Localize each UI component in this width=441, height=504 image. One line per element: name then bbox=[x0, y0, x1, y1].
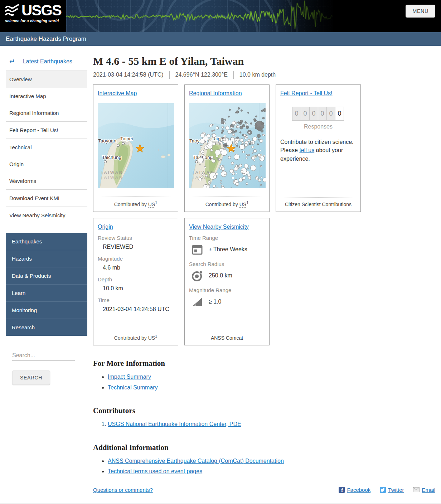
nav-item-earthquakes[interactable]: Earthquakes bbox=[6, 233, 87, 250]
origin-card: Origin Review StatusREVIEWED Magnitude4.… bbox=[93, 218, 178, 345]
counter-digit: 0 bbox=[326, 107, 335, 121]
attribution-footnote: 1 bbox=[155, 200, 157, 205]
attribution-footnote: 1 bbox=[155, 334, 157, 338]
radius-icon bbox=[191, 270, 203, 282]
map-attribution: Contributed by US1 bbox=[189, 196, 265, 207]
view-nearby-seismicity-link[interactable]: View Nearby Seismicity bbox=[189, 224, 249, 230]
program-bar[interactable]: Earthquake Hazards Program bbox=[0, 32, 441, 46]
facebook-label: Facebook bbox=[347, 487, 370, 493]
twitter-link[interactable]: Twitter bbox=[380, 487, 404, 493]
counter-digit: 0 bbox=[309, 107, 318, 121]
interactive-map-card: Interactive Map Contributed by US1 bbox=[93, 84, 178, 212]
felt-report-link[interactable]: Felt Report - Tell Us! bbox=[280, 90, 333, 96]
interactive-map-thumbnail[interactable] bbox=[98, 103, 174, 188]
origin-link[interactable]: Origin bbox=[98, 224, 113, 230]
list-item: Technical terms used on event pages bbox=[108, 466, 435, 477]
attribution-source-link[interactable]: US bbox=[239, 202, 246, 208]
nav-item-learn[interactable]: Learn bbox=[6, 284, 87, 301]
magnitude-range-value: ≥ 1.0 bbox=[209, 299, 221, 305]
review-status-value: REVIEWED bbox=[103, 244, 174, 250]
magnitude-range-label: Magnitude Range bbox=[189, 287, 265, 293]
sidebar-item-technical[interactable]: Technical bbox=[6, 139, 87, 156]
nearby-seismicity-card: View Nearby Seismicity Time Range ± Thre… bbox=[184, 218, 270, 345]
nav-item-research[interactable]: Research bbox=[6, 319, 87, 336]
page-title: M 4.6 - 55 km E of Yilan, Taiwan bbox=[93, 55, 435, 67]
sidebar-item-interactive-map[interactable]: Interactive Map bbox=[6, 88, 87, 105]
sidebar-item-regional-information[interactable]: Regional Information bbox=[6, 105, 87, 121]
regional-map-thumbnail[interactable] bbox=[189, 103, 265, 188]
magnitude-label: Magnitude bbox=[98, 256, 174, 262]
list-item: Technical Summary bbox=[108, 382, 435, 393]
sidebar-item-waveforms[interactable]: Waveforms bbox=[6, 173, 87, 189]
counter-digit: 0 bbox=[292, 107, 301, 121]
site-nav: Earthquakes Hazards Data & Products Lear… bbox=[6, 233, 87, 336]
list-item: USGS National Earthquake Information Cen… bbox=[108, 419, 435, 430]
back-to-latest-earthquakes-link[interactable]: ↵ Latest Earthquakes bbox=[6, 55, 87, 71]
map-attribution: Contributed by US1 bbox=[98, 196, 174, 207]
email-label: Email bbox=[422, 487, 435, 493]
attribution-prefix: Contributed by bbox=[114, 335, 147, 341]
counter-digit: 0 bbox=[301, 107, 310, 121]
impact-summary-link[interactable]: Impact Summary bbox=[108, 374, 151, 380]
counter-digit: 0 bbox=[318, 107, 327, 121]
interactive-map-link[interactable]: Interactive Map bbox=[98, 90, 137, 96]
more-info-heading: For More Information bbox=[93, 359, 435, 368]
usgs-waves-icon bbox=[5, 4, 19, 17]
nav-item-data-products[interactable]: Data & Products bbox=[6, 267, 87, 284]
list-item: ANSS Comprehensive Earthquake Catalog (C… bbox=[108, 456, 435, 466]
calendar-icon bbox=[191, 243, 203, 256]
bottom-row: Questions or comments? f Facebook Twitte… bbox=[93, 487, 435, 493]
event-coordinates: 24.696°N 122.300°E bbox=[169, 71, 233, 79]
back-arrow-icon: ↵ bbox=[9, 58, 15, 65]
search-input[interactable] bbox=[12, 351, 75, 360]
twitter-label: Twitter bbox=[388, 487, 404, 493]
sidebar-item-view-nearby-seismicity[interactable]: View Nearby Seismicity bbox=[6, 207, 87, 224]
depth-value: 10.0 km bbox=[103, 285, 174, 292]
technical-terms-link[interactable]: Technical terms used on event pages bbox=[108, 468, 202, 474]
list-item: Impact Summary bbox=[108, 372, 435, 382]
search-button[interactable]: SEARCH bbox=[12, 370, 50, 385]
nav-item-hazards[interactable]: Hazards bbox=[6, 250, 87, 267]
attribution-source-link[interactable]: US bbox=[148, 335, 155, 341]
counter-digit-active: 0 bbox=[335, 107, 344, 121]
twitter-icon bbox=[380, 487, 386, 493]
attribution-source-link[interactable]: US bbox=[148, 202, 155, 208]
svg-text:f: f bbox=[341, 488, 343, 493]
menu-button[interactable]: MENU bbox=[406, 5, 435, 18]
social-links: f Facebook Twitter Email bbox=[339, 487, 435, 493]
tell-us-link[interactable]: tell us bbox=[299, 147, 314, 153]
review-status-label: Review Status bbox=[98, 235, 174, 241]
attribution-prefix: Contributed by bbox=[114, 202, 147, 207]
sidebar-item-felt-report[interactable]: Felt Report - Tell Us! bbox=[6, 122, 87, 139]
event-meta: 2021-03-04 14:24:58 (UTC) 24.696°N 122.3… bbox=[93, 71, 435, 79]
back-link-label: Latest Earthquakes bbox=[23, 58, 72, 65]
facebook-icon: f bbox=[339, 487, 345, 493]
felt-report-text: Contribute to citizen science. Please te… bbox=[280, 138, 356, 163]
comcat-documentation-link[interactable]: ANSS Comprehensive Earthquake Catalog (C… bbox=[108, 458, 284, 464]
magnitude-value: 4.6 mb bbox=[103, 265, 174, 271]
technical-summary-link[interactable]: Technical Summary bbox=[108, 384, 158, 391]
facebook-link[interactable]: f Facebook bbox=[339, 487, 370, 493]
regional-information-link[interactable]: Regional Information bbox=[189, 90, 242, 96]
magnitude-triangle-icon bbox=[191, 296, 203, 308]
attribution-prefix: Contributed by bbox=[205, 202, 238, 207]
questions-comments-link[interactable]: Questions or comments? bbox=[93, 487, 153, 493]
felt-report-card: Felt Report - Tell Us! 0 0 0 0 0 0 Respo… bbox=[276, 84, 361, 212]
usgs-logo[interactable]: USGS science for a changing world bbox=[5, 3, 68, 29]
origin-attribution: Contributed by US1 bbox=[98, 330, 174, 341]
time-value: 2021-03-04 14:24:58 UTC bbox=[103, 306, 174, 312]
responses-label: Responses bbox=[280, 123, 356, 130]
sidebar-item-overview[interactable]: Overview bbox=[6, 71, 87, 88]
regional-information-card: Regional Information Contributed by US1 bbox=[184, 84, 270, 212]
felt-report-footer: Citizen Scientist Contributions bbox=[280, 197, 356, 207]
attribution-footnote: 1 bbox=[246, 200, 248, 205]
search-radius-label: Search Radius bbox=[189, 261, 265, 267]
sidebar-item-download-kml[interactable]: Download Event KML bbox=[6, 190, 87, 207]
sidebar-item-origin[interactable]: Origin bbox=[6, 156, 87, 173]
email-link[interactable]: Email bbox=[413, 487, 435, 493]
email-icon bbox=[413, 487, 420, 492]
main-content: M 4.6 - 55 km E of Yilan, Taiwan 2021-03… bbox=[87, 46, 435, 501]
contributor-neic-link[interactable]: USGS National Earthquake Information Cen… bbox=[108, 421, 241, 427]
nav-item-monitoring[interactable]: Monitoring bbox=[6, 301, 87, 319]
time-label: Time bbox=[98, 297, 174, 303]
